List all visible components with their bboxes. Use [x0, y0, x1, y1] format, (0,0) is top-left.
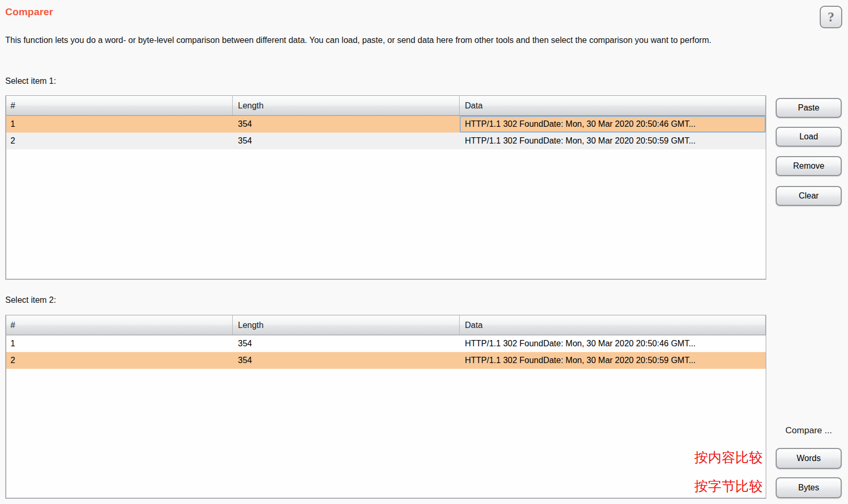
- cell-data[interactable]: HTTP/1.1 302 FoundDate: Mon, 30 Mar 2020…: [460, 116, 766, 133]
- clear-button[interactable]: Clear: [776, 186, 842, 206]
- column-header-data[interactable]: Data: [460, 315, 766, 335]
- cell-data[interactable]: HTTP/1.1 302 FoundDate: Mon, 30 Mar 2020…: [460, 352, 766, 369]
- table-row[interactable]: 2 354 HTTP/1.1 302 FoundDate: Mon, 30 Ma…: [6, 352, 766, 369]
- page-title: Comparer: [5, 6, 53, 18]
- select-item-1-label: Select item 1:: [5, 76, 56, 86]
- cell-length[interactable]: 354: [233, 133, 460, 149]
- cell-num[interactable]: 2: [6, 133, 233, 149]
- comparer-page: Comparer ? This function lets you do a w…: [0, 0, 848, 504]
- annotation-compare-words: 按内容比较: [600, 448, 763, 467]
- column-header-num[interactable]: #: [6, 315, 233, 335]
- description: This function lets you do a word- or byt…: [5, 33, 799, 48]
- cell-data[interactable]: HTTP/1.1 302 FoundDate: Mon, 30 Mar 2020…: [460, 335, 766, 352]
- words-button[interactable]: Words: [776, 448, 842, 469]
- remove-button[interactable]: Remove: [776, 156, 842, 176]
- cell-num[interactable]: 1: [6, 116, 233, 133]
- item2-table: # Length Data 1 354 HTTP/1.1 302 FoundDa…: [5, 315, 766, 499]
- column-header-data[interactable]: Data: [460, 96, 766, 115]
- table-row[interactable]: 2 354 HTTP/1.1 302 FoundDate: Mon, 30 Ma…: [6, 133, 766, 149]
- item1-table: # Length Data 1 354 HTTP/1.1 302 FoundDa…: [5, 95, 766, 280]
- cell-num[interactable]: 2: [6, 352, 233, 369]
- column-header-num[interactable]: #: [6, 96, 233, 115]
- paste-button[interactable]: Paste: [776, 98, 842, 118]
- compare-label: Compare ...: [776, 425, 842, 436]
- cell-length[interactable]: 354: [233, 116, 460, 133]
- item1-table-header: # Length Data: [6, 96, 766, 116]
- bytes-button[interactable]: Bytes: [776, 477, 842, 498]
- column-header-length[interactable]: Length: [233, 315, 460, 335]
- table-row[interactable]: 1 354 HTTP/1.1 302 FoundDate: Mon, 30 Ma…: [6, 116, 766, 133]
- item2-table-header: # Length Data: [6, 315, 766, 335]
- help-button[interactable]: ?: [820, 6, 842, 28]
- column-header-length[interactable]: Length: [233, 96, 460, 115]
- cell-num[interactable]: 1: [6, 335, 233, 352]
- cell-length[interactable]: 354: [233, 352, 460, 369]
- cell-data[interactable]: HTTP/1.1 302 FoundDate: Mon, 30 Mar 2020…: [460, 133, 766, 149]
- cell-length[interactable]: 354: [233, 335, 460, 352]
- annotation-compare-bytes: 按字节比较: [600, 477, 763, 496]
- select-item-2-label: Select item 2:: [5, 295, 56, 305]
- load-button[interactable]: Load: [776, 127, 842, 147]
- table-row[interactable]: 1 354 HTTP/1.1 302 FoundDate: Mon, 30 Ma…: [6, 335, 766, 352]
